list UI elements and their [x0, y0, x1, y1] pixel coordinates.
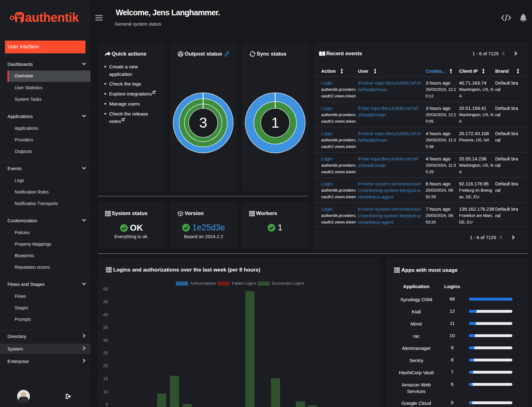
svg-text:1: 1: [271, 115, 279, 131]
svg-text:authentik: authentik: [25, 11, 79, 24]
svg-text:3: 3: [199, 115, 207, 131]
